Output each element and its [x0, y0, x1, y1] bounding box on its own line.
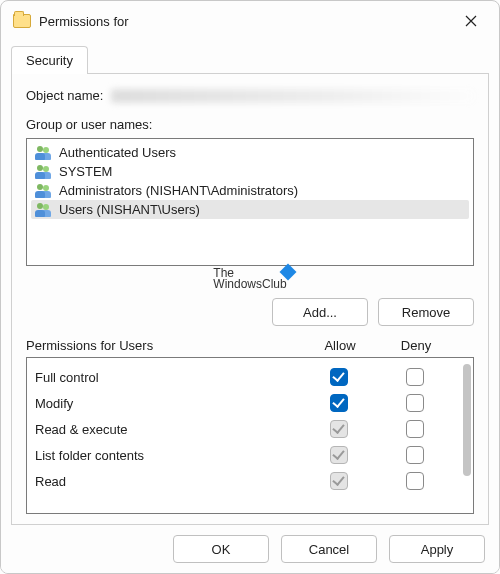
deny-checkbox[interactable] — [406, 368, 424, 386]
users-icon — [35, 165, 53, 179]
tab-strip: Security — [11, 45, 489, 74]
object-name-row: Object name: — [26, 88, 474, 103]
allow-checkbox[interactable] — [330, 368, 348, 386]
group-item-label: SYSTEM — [59, 164, 112, 179]
group-item[interactable]: SYSTEM — [31, 162, 469, 181]
groups-label: Group or user names: — [26, 117, 474, 132]
watermark: The WindowsClub — [26, 268, 474, 290]
permission-row: Full control — [35, 364, 469, 390]
allow-checkbox[interactable] — [330, 472, 348, 490]
object-name-label: Object name: — [26, 88, 103, 103]
window-title-prefix: Permissions for — [39, 14, 129, 29]
permission-row: Read & execute — [35, 416, 469, 442]
titlebar: Permissions for — [1, 1, 499, 41]
close-button[interactable] — [449, 5, 493, 37]
cancel-button[interactable]: Cancel — [281, 535, 377, 563]
group-item-label: Users (NISHANT\Users) — [59, 202, 200, 217]
watermark-text: The WindowsClub — [213, 268, 286, 290]
group-item[interactable]: Authenticated Users — [31, 143, 469, 162]
permission-row: Modify — [35, 390, 469, 416]
permission-label: Modify — [35, 396, 301, 411]
add-button[interactable]: Add... — [272, 298, 368, 326]
permission-label: Read — [35, 474, 301, 489]
users-icon — [35, 203, 53, 217]
permission-label: Read & execute — [35, 422, 301, 437]
permissions-title: Permissions for Users — [26, 338, 302, 353]
permission-row: Read — [35, 468, 469, 494]
group-item[interactable]: Users (NISHANT\Users) — [31, 200, 469, 219]
group-item[interactable]: Administrators (NISHANT\Administrators) — [31, 181, 469, 200]
permission-label: List folder contents — [35, 448, 301, 463]
allow-checkbox[interactable] — [330, 446, 348, 464]
deny-checkbox[interactable] — [406, 472, 424, 490]
users-icon — [35, 146, 53, 160]
tab-security[interactable]: Security — [11, 46, 88, 74]
users-icon — [35, 184, 53, 198]
permission-row: List folder contents — [35, 442, 469, 468]
groups-listbox[interactable]: Authenticated UsersSYSTEMAdministrators … — [26, 138, 474, 266]
deny-column-header: Deny — [378, 338, 454, 353]
permission-label: Full control — [35, 370, 301, 385]
group-item-label: Authenticated Users — [59, 145, 176, 160]
deny-checkbox[interactable] — [406, 420, 424, 438]
scrollbar-thumb[interactable] — [463, 364, 471, 476]
allow-column-header: Allow — [302, 338, 378, 353]
security-panel: Object name: Group or user names: Authen… — [11, 74, 489, 525]
deny-checkbox[interactable] — [406, 446, 424, 464]
apply-button[interactable]: Apply — [389, 535, 485, 563]
allow-checkbox[interactable] — [330, 420, 348, 438]
scrollbar[interactable] — [463, 364, 471, 507]
folder-icon — [13, 14, 31, 28]
close-icon — [465, 15, 477, 27]
permissions-listbox[interactable]: Full controlModifyRead & executeList fol… — [26, 357, 474, 514]
permissions-header: Permissions for Users Allow Deny — [26, 338, 474, 353]
group-item-label: Administrators (NISHANT\Administrators) — [59, 183, 298, 198]
remove-button[interactable]: Remove — [378, 298, 474, 326]
dialog-footer: OK Cancel Apply — [1, 525, 499, 573]
object-name-value — [111, 89, 474, 103]
deny-checkbox[interactable] — [406, 394, 424, 412]
ok-button[interactable]: OK — [173, 535, 269, 563]
allow-checkbox[interactable] — [330, 394, 348, 412]
